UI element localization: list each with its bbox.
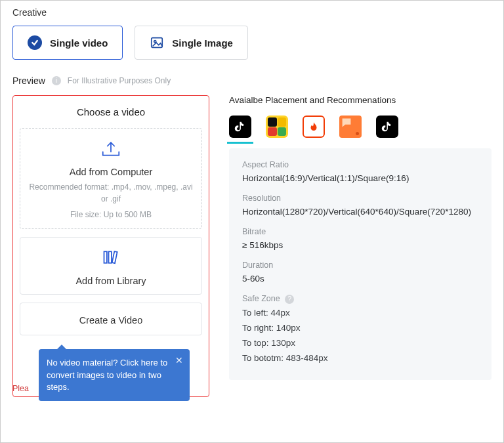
safezone-right: To right: 140px [242, 323, 478, 333]
flame-icon [308, 121, 320, 133]
svg-point-1 [154, 41, 156, 43]
safezone-label: Safe Zone ? [242, 294, 478, 304]
svg-rect-4 [112, 251, 117, 263]
single-video-label: Single video [50, 37, 108, 49]
info-icon: ? [285, 295, 294, 304]
spec-panel: Aspect Ratio Horizontal(16:9)/Vertical(1… [229, 148, 492, 380]
placement-vigo[interactable] [303, 116, 325, 138]
preview-header: Preview i For Illustrative Purposes Only [12, 75, 492, 86]
placements-title: Avaialbe Placement and Recommenations [229, 95, 492, 105]
preview-column: Choose a video Add from Computer Recomme… [12, 95, 209, 397]
preview-label: Preview [12, 75, 45, 86]
single-image-label: Single Image [172, 37, 233, 49]
add-from-library-label: Add from Library [28, 276, 194, 286]
tiktok-icon [233, 119, 247, 134]
format-help: Recommended format: .mp4, .mov, .mpeg, .… [28, 181, 194, 205]
upload-icon [99, 139, 123, 158]
library-icon [99, 248, 123, 266]
selection-underline [227, 142, 253, 144]
safezone-left: To left: 44px [242, 308, 478, 318]
placement-icons-row [229, 116, 492, 138]
placement-news[interactable] [339, 116, 362, 138]
creative-section-title: Creative [12, 7, 492, 18]
preview-hint: For Illustrative Purposes Only [68, 76, 171, 85]
placement-tiktok-selected[interactable] [229, 116, 251, 138]
tip-text: No video material? Click here to convert… [47, 358, 167, 391]
single-image-card[interactable]: Single Image [135, 26, 248, 60]
placements-column: Avaialbe Placement and Recommenations As… [229, 95, 492, 397]
create-video-button[interactable]: Create a Video [20, 303, 202, 335]
svg-rect-2 [104, 251, 107, 263]
svg-rect-3 [109, 251, 112, 263]
info-icon: i [52, 76, 61, 85]
resolution-value: Horizontal(1280*720)/Vertical(640*640)/S… [242, 207, 478, 217]
image-icon [150, 35, 164, 50]
size-help: File size: Up to 500 MB [28, 209, 194, 221]
bitrate-label: Bitrate [242, 227, 478, 236]
bitrate-value: ≥ 516kbps [242, 240, 478, 250]
check-icon [28, 35, 42, 50]
placement-buzzvideo[interactable] [266, 116, 288, 138]
aspect-ratio-value: Horizontal(16:9)/Vertical(1:1)/Square(9:… [242, 173, 478, 183]
duration-value: 5-60s [242, 274, 478, 284]
safezone-bottom: To bototm: 483-484px [242, 353, 478, 363]
tiktok-icon [380, 119, 394, 134]
aspect-ratio-label: Aspect Ratio [242, 160, 478, 169]
validation-text: Plea [12, 384, 29, 393]
duration-label: Duration [242, 261, 478, 270]
safezone-top: To top: 130px [242, 338, 478, 348]
choose-video-title: Choose a video [20, 106, 202, 117]
add-from-computer[interactable]: Add from Computer Recommended format: .m… [20, 128, 202, 229]
placement-tiktok-global[interactable] [376, 116, 398, 138]
tip-popover[interactable]: No video material? Click here to convert… [39, 349, 190, 401]
add-from-library[interactable]: Add from Library [20, 237, 202, 295]
creative-options: Single video Single Image [12, 26, 492, 60]
single-video-card[interactable]: Single video [12, 26, 123, 60]
resolution-label: Resolution [242, 194, 478, 203]
chat-icon [339, 116, 354, 130]
add-from-computer-label: Add from Computer [28, 167, 194, 177]
close-icon[interactable]: ✕ [175, 354, 183, 368]
create-video-label: Create a Video [28, 315, 194, 326]
